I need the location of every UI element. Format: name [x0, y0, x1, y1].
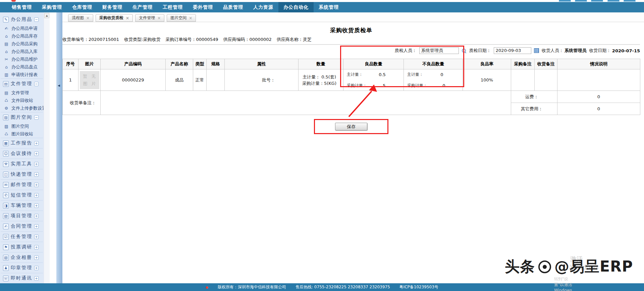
- nav-item-3[interactable]: 财务管理: [97, 2, 127, 12]
- sidebar-item[interactable]: ▥申请统计报表: [1, 71, 43, 78]
- tab-1[interactable]: 采购收货质检×: [96, 14, 133, 22]
- sidebar-group-header-7[interactable]: ✉邮件管理+: [1, 180, 43, 190]
- sidebar-group-header-16[interactable]: ☏即时通讯+: [1, 273, 43, 283]
- bad-purchase-input[interactable]: 0: [427, 83, 461, 88]
- main-menu-bar: 销售管理采购管理仓库管理财务管理生产管理工程管理委外管理品质管理人力资源办公自动…: [0, 2, 644, 12]
- sidebar-group-header-5[interactable]: ⚒实用工具+: [1, 159, 43, 169]
- sidebar-group-header-8[interactable]: ✆短信管理+: [1, 190, 43, 200]
- sidebar-group-header-12[interactable]: ☑任务管理+: [1, 232, 43, 242]
- sidebar-group-header-2[interactable]: ▨图片空间−: [1, 112, 43, 122]
- sidebar-collapse-splitter[interactable]: ◀: [56, 12, 62, 283]
- sidebar-group-header-1[interactable]: ▤文件管理−: [1, 79, 43, 89]
- sidebar-scrollbar[interactable]: ▲: [44, 12, 50, 283]
- sidebar-item[interactable]: ▤文件管理: [1, 89, 43, 97]
- nav-item-4[interactable]: 生产管理: [127, 2, 158, 12]
- chat-icon: ☏: [3, 276, 9, 281]
- top-window-button[interactable]: [624, 0, 636, 2]
- sidebar-item-label: 办公用品库存: [11, 33, 38, 39]
- house-in-icon: ⌂: [4, 49, 9, 54]
- tab-3[interactable]: 图片空间×: [167, 14, 196, 22]
- sidebar-group-header-14[interactable]: ▧企业相册+: [1, 252, 43, 263]
- tab-label: 图片空间: [170, 15, 186, 21]
- sidebar-group: ◫快递管理+: [1, 169, 43, 179]
- sidebar-group-header-3[interactable]: ▦工作报告+: [1, 138, 43, 148]
- close-icon[interactable]: ×: [126, 16, 129, 20]
- no-image-placeholder: 暂 无 图 片: [80, 71, 99, 89]
- tab-0[interactable]: 流程图×: [68, 14, 93, 22]
- nav-item-8[interactable]: 人力资源: [248, 2, 278, 12]
- sidebar-group-label: 印章管理: [11, 265, 32, 271]
- expand-icon[interactable]: +: [34, 172, 39, 177]
- expand-icon[interactable]: +: [34, 193, 39, 197]
- collapse-icon[interactable]: −: [34, 17, 39, 22]
- collapse-icon[interactable]: −: [34, 115, 39, 120]
- expand-icon[interactable]: +: [34, 276, 39, 281]
- sidebar-group-header-11[interactable]: ✍合同管理+: [1, 221, 43, 231]
- expand-icon[interactable]: +: [34, 203, 39, 208]
- inspect-date-input[interactable]: 2020-09-03: [494, 47, 531, 54]
- expand-icon[interactable]: +: [34, 214, 39, 218]
- nav-item-6[interactable]: 委外管理: [188, 2, 218, 12]
- close-icon[interactable]: ×: [189, 16, 192, 20]
- nav-item-5[interactable]: 工程管理: [158, 2, 188, 12]
- collapse-icon[interactable]: −: [34, 82, 39, 86]
- expand-icon[interactable]: +: [34, 245, 39, 249]
- good-purchase-input[interactable]: 5: [367, 83, 401, 88]
- expand-icon[interactable]: +: [34, 266, 39, 270]
- tab-2[interactable]: 文件管理×: [135, 14, 164, 22]
- expand-icon[interactable]: +: [34, 255, 39, 260]
- expand-icon[interactable]: +: [34, 224, 39, 229]
- content: 采购收货质检单 收货单编号：20200715001收货类型:采购收货采购订单编号…: [62, 26, 640, 134]
- nav-item-10[interactable]: 系统管理: [314, 2, 344, 12]
- expand-icon[interactable]: +: [34, 235, 39, 239]
- sidebar-item[interactable]: ⌂办公用品盘点: [1, 63, 43, 71]
- sidebar-item[interactable]: ✍办公用品申请: [1, 24, 43, 32]
- top-window-button[interactable]: [591, 0, 603, 2]
- top-window-button[interactable]: [607, 0, 620, 2]
- sidebar-item[interactable]: ⌂办公用品库存: [1, 32, 43, 40]
- package-icon: ◫: [3, 172, 9, 177]
- expand-icon[interactable]: +: [34, 183, 39, 187]
- nav-item-1[interactable]: 采购管理: [37, 2, 67, 12]
- save-button[interactable]: 保存: [335, 123, 367, 130]
- task-icon: ☑: [3, 234, 9, 240]
- sidebar-group-header-13[interactable]: ⚑投票调研+: [1, 242, 43, 252]
- sidebar-group-header-15[interactable]: ♟印章管理+: [1, 263, 43, 273]
- sidebar-item[interactable]: ♺文件回收站: [1, 97, 43, 104]
- sidebar-item[interactable]: ⌂办公用品入库: [1, 48, 43, 55]
- top-window-button[interactable]: [575, 0, 587, 2]
- col-header-10: 良品率: [463, 59, 511, 69]
- expand-icon[interactable]: +: [34, 141, 39, 146]
- close-icon[interactable]: ×: [157, 16, 161, 20]
- sidebar-group: ✉邮件管理+: [1, 179, 43, 190]
- sidebar-item[interactable]: ▤办公用品采购: [1, 40, 43, 48]
- search-icon[interactable]: [462, 48, 467, 53]
- receipt-remark-field[interactable]: [101, 91, 511, 115]
- close-icon[interactable]: ×: [86, 16, 90, 20]
- scroll-up-arrow-icon[interactable]: ▲: [44, 13, 49, 18]
- sidebar-item[interactable]: ⚙文件上传参数设置: [1, 104, 43, 112]
- expand-icon[interactable]: +: [34, 162, 39, 166]
- nav-item-2[interactable]: 仓库管理: [67, 2, 97, 12]
- sidebar-item[interactable]: ▨图片空间: [1, 122, 43, 130]
- sidebar-item[interactable]: ✂办公用品维护: [1, 55, 43, 63]
- sidebar-group: ☏即时通讯+: [1, 273, 43, 283]
- sidebar-group-header-0[interactable]: ✎办公用品−: [1, 14, 43, 24]
- inspector-input[interactable]: 系统管理员: [419, 47, 459, 54]
- sidebar-item[interactable]: ♺图片回收站: [1, 130, 43, 138]
- sidebar-group: ▤文件管理−▤文件管理♺文件回收站⚙文件上传参数设置: [1, 78, 43, 112]
- nav-item-7[interactable]: 品质管理: [218, 2, 248, 12]
- recycle-bin-icon: ♺: [4, 98, 9, 103]
- sidebar-group-header-4[interactable]: ☺会议接待+: [1, 149, 43, 159]
- top-window-button[interactable]: [559, 0, 571, 2]
- footer-icp: 粤ICP备10239503号: [399, 284, 438, 290]
- nav-item-9[interactable]: 办公自动化: [278, 2, 314, 12]
- bad-main-input[interactable]: 0: [423, 72, 461, 77]
- expand-icon[interactable]: +: [34, 152, 39, 156]
- sidebar-group-header-10[interactable]: ▧项目管理+: [1, 211, 43, 221]
- calendar-icon[interactable]: [534, 48, 539, 53]
- nav-item-0[interactable]: 销售管理: [7, 2, 37, 12]
- sidebar-group-header-9[interactable]: ◨车辆管理+: [1, 200, 43, 211]
- sidebar-group-header-6[interactable]: ◫快递管理+: [1, 169, 43, 179]
- good-main-input[interactable]: 0.5: [363, 72, 401, 77]
